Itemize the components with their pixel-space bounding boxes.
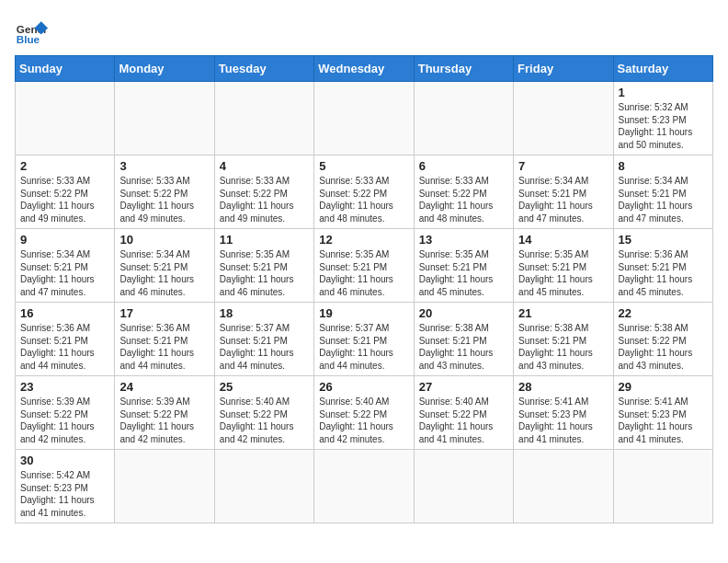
day-number: 27: [419, 380, 508, 394]
calendar-cell: 2Sunrise: 5:33 AM Sunset: 5:22 PM Daylig…: [16, 155, 115, 229]
calendar-cell: [514, 450, 613, 523]
weekday-header-thursday: Thursday: [414, 56, 513, 82]
calendar-cell: 7Sunrise: 5:34 AM Sunset: 5:21 PM Daylig…: [514, 155, 613, 229]
day-number: 4: [220, 159, 309, 173]
cell-content: Sunrise: 5:34 AM Sunset: 5:21 PM Dayligh…: [20, 248, 109, 298]
cell-content: Sunrise: 5:40 AM Sunset: 5:22 PM Dayligh…: [419, 396, 508, 445]
day-number: 28: [518, 380, 608, 394]
calendar-cell: 11Sunrise: 5:35 AM Sunset: 5:21 PM Dayli…: [214, 229, 313, 303]
day-number: 17: [119, 306, 209, 320]
calendar-cell: 9Sunrise: 5:34 AM Sunset: 5:21 PM Daylig…: [16, 229, 115, 303]
weekday-header-tuesday: Tuesday: [214, 56, 313, 82]
calendar-cell: 8Sunrise: 5:34 AM Sunset: 5:21 PM Daylig…: [613, 155, 712, 229]
week-row-4: 16Sunrise: 5:36 AM Sunset: 5:21 PM Dayli…: [16, 303, 713, 376]
cell-content: Sunrise: 5:41 AM Sunset: 5:23 PM Dayligh…: [518, 396, 608, 445]
cell-content: Sunrise: 5:36 AM Sunset: 5:21 PM Dayligh…: [119, 322, 209, 372]
week-row-6: 30Sunrise: 5:42 AM Sunset: 5:23 PM Dayli…: [16, 450, 713, 523]
calendar-cell: 23Sunrise: 5:39 AM Sunset: 5:22 PM Dayli…: [16, 376, 115, 450]
cell-content: Sunrise: 5:37 AM Sunset: 5:21 PM Dayligh…: [220, 322, 309, 372]
cell-content: Sunrise: 5:37 AM Sunset: 5:21 PM Dayligh…: [319, 322, 408, 372]
day-number: 18: [220, 306, 309, 320]
day-number: 30: [20, 454, 109, 467]
calendar-cell: 24Sunrise: 5:39 AM Sunset: 5:22 PM Dayli…: [115, 376, 214, 450]
calendar-cell: [115, 82, 214, 155]
calendar-cell: 5Sunrise: 5:33 AM Sunset: 5:22 PM Daylig…: [314, 155, 414, 229]
weekday-header-friday: Friday: [514, 56, 613, 82]
day-number: 24: [119, 380, 209, 394]
day-number: 19: [319, 306, 408, 320]
week-row-1: 1Sunrise: 5:32 AM Sunset: 5:23 PM Daylig…: [16, 82, 713, 155]
cell-content: Sunrise: 5:33 AM Sunset: 5:22 PM Dayligh…: [20, 175, 109, 224]
calendar-cell: 14Sunrise: 5:35 AM Sunset: 5:21 PM Dayli…: [514, 229, 613, 303]
day-number: 2: [20, 159, 109, 173]
calendar-cell: 1Sunrise: 5:32 AM Sunset: 5:23 PM Daylig…: [613, 82, 712, 155]
cell-content: Sunrise: 5:33 AM Sunset: 5:22 PM Dayligh…: [419, 175, 508, 224]
cell-content: Sunrise: 5:35 AM Sunset: 5:21 PM Dayligh…: [419, 248, 508, 298]
calendar-cell: 30Sunrise: 5:42 AM Sunset: 5:23 PM Dayli…: [16, 450, 115, 523]
cell-content: Sunrise: 5:33 AM Sunset: 5:22 PM Dayligh…: [319, 175, 408, 224]
day-number: 29: [619, 380, 708, 394]
day-number: 16: [20, 306, 109, 320]
week-row-5: 23Sunrise: 5:39 AM Sunset: 5:22 PM Dayli…: [16, 376, 713, 450]
day-number: 15: [619, 233, 708, 247]
cell-content: Sunrise: 5:35 AM Sunset: 5:21 PM Dayligh…: [220, 248, 309, 298]
calendar-cell: 25Sunrise: 5:40 AM Sunset: 5:22 PM Dayli…: [214, 376, 313, 450]
calendar-cell: [314, 450, 414, 523]
calendar-cell: [115, 450, 214, 523]
cell-content: Sunrise: 5:35 AM Sunset: 5:21 PM Dayligh…: [319, 248, 408, 298]
calendar-cell: 12Sunrise: 5:35 AM Sunset: 5:21 PM Dayli…: [314, 229, 414, 303]
day-number: 12: [319, 233, 408, 247]
cell-content: Sunrise: 5:42 AM Sunset: 5:23 PM Dayligh…: [20, 469, 109, 519]
cell-content: Sunrise: 5:38 AM Sunset: 5:21 PM Dayligh…: [518, 322, 608, 372]
day-number: 13: [419, 233, 508, 247]
weekday-header-saturday: Saturday: [613, 56, 712, 82]
calendar-cell: 18Sunrise: 5:37 AM Sunset: 5:21 PM Dayli…: [214, 303, 313, 376]
cell-content: Sunrise: 5:36 AM Sunset: 5:21 PM Dayligh…: [619, 248, 708, 298]
cell-content: Sunrise: 5:39 AM Sunset: 5:22 PM Dayligh…: [20, 396, 109, 445]
logo-icon: General Blue: [15, 15, 48, 48]
svg-text:Blue: Blue: [17, 33, 40, 45]
weekday-header-sunday: Sunday: [16, 56, 115, 82]
calendar-cell: 4Sunrise: 5:33 AM Sunset: 5:22 PM Daylig…: [214, 155, 313, 229]
page-header: General Blue: [15, 15, 713, 48]
day-number: 22: [619, 306, 708, 320]
calendar-cell: [414, 450, 513, 523]
day-number: 9: [20, 233, 109, 247]
calendar-cell: [214, 82, 313, 155]
weekday-header-wednesday: Wednesday: [314, 56, 414, 82]
calendar-cell: 22Sunrise: 5:38 AM Sunset: 5:22 PM Dayli…: [613, 303, 712, 376]
calendar-cell: 27Sunrise: 5:40 AM Sunset: 5:22 PM Dayli…: [414, 376, 513, 450]
calendar-cell: [16, 82, 115, 155]
calendar-cell: [514, 82, 613, 155]
day-number: 23: [20, 380, 109, 394]
cell-content: Sunrise: 5:34 AM Sunset: 5:21 PM Dayligh…: [518, 175, 608, 224]
cell-content: Sunrise: 5:34 AM Sunset: 5:21 PM Dayligh…: [119, 248, 209, 298]
day-number: 3: [119, 159, 209, 173]
calendar-cell: 28Sunrise: 5:41 AM Sunset: 5:23 PM Dayli…: [514, 376, 613, 450]
calendar-cell: [613, 450, 712, 523]
calendar-header: SundayMondayTuesdayWednesdayThursdayFrid…: [16, 56, 713, 82]
calendar-cell: 29Sunrise: 5:41 AM Sunset: 5:23 PM Dayli…: [613, 376, 712, 450]
cell-content: Sunrise: 5:34 AM Sunset: 5:21 PM Dayligh…: [619, 175, 708, 224]
cell-content: Sunrise: 5:33 AM Sunset: 5:22 PM Dayligh…: [119, 175, 209, 224]
week-row-2: 2Sunrise: 5:33 AM Sunset: 5:22 PM Daylig…: [16, 155, 713, 229]
day-number: 8: [619, 159, 708, 173]
day-number: 11: [220, 233, 309, 247]
week-row-3: 9Sunrise: 5:34 AM Sunset: 5:21 PM Daylig…: [16, 229, 713, 303]
day-number: 5: [319, 159, 408, 173]
calendar-cell: 13Sunrise: 5:35 AM Sunset: 5:21 PM Dayli…: [414, 229, 513, 303]
day-number: 6: [419, 159, 508, 173]
calendar-table: SundayMondayTuesdayWednesdayThursdayFrid…: [15, 55, 713, 523]
cell-content: Sunrise: 5:41 AM Sunset: 5:23 PM Dayligh…: [619, 396, 708, 445]
day-number: 14: [518, 233, 608, 247]
calendar-cell: [214, 450, 313, 523]
calendar-cell: [314, 82, 414, 155]
day-number: 20: [419, 306, 508, 320]
cell-content: Sunrise: 5:39 AM Sunset: 5:22 PM Dayligh…: [119, 396, 209, 445]
weekday-header-monday: Monday: [115, 56, 214, 82]
calendar-cell: 10Sunrise: 5:34 AM Sunset: 5:21 PM Dayli…: [115, 229, 214, 303]
cell-content: Sunrise: 5:38 AM Sunset: 5:21 PM Dayligh…: [419, 322, 508, 372]
cell-content: Sunrise: 5:35 AM Sunset: 5:21 PM Dayligh…: [518, 248, 608, 298]
cell-content: Sunrise: 5:33 AM Sunset: 5:22 PM Dayligh…: [220, 175, 309, 224]
cell-content: Sunrise: 5:40 AM Sunset: 5:22 PM Dayligh…: [319, 396, 408, 445]
